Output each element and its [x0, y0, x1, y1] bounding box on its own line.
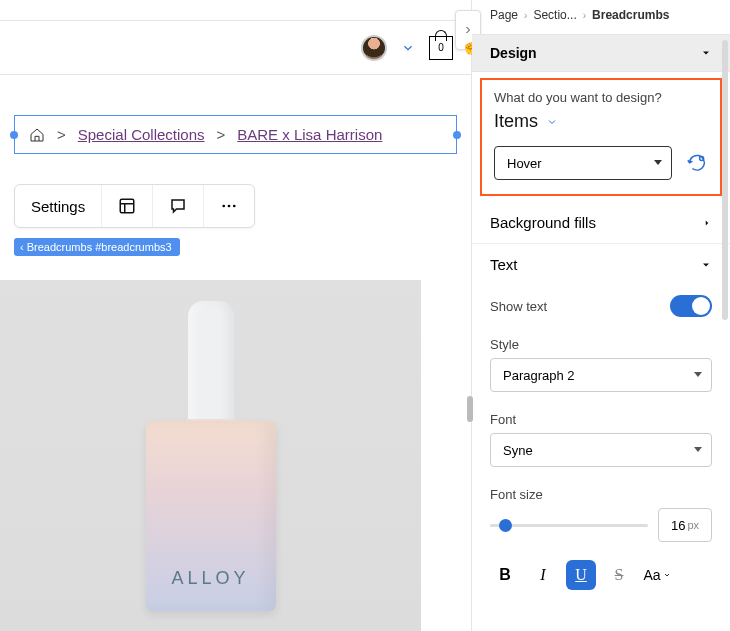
svg-point-5 [233, 205, 236, 208]
design-section-header[interactable]: Design [472, 34, 730, 72]
chevron-down-icon [546, 116, 558, 128]
reset-states-icon[interactable] [686, 152, 708, 174]
chevron-right-icon: › [583, 10, 586, 21]
breadcrumb-link-1[interactable]: Special Collections [78, 126, 205, 143]
shopping-bag-icon[interactable]: 0 [429, 36, 453, 60]
resize-handle-left[interactable] [10, 131, 18, 139]
breadcrumb-separator: > [217, 126, 226, 143]
product-bottle: ALLOY [146, 301, 276, 611]
text-section-header[interactable]: Text [472, 244, 730, 285]
svg-point-4 [228, 205, 231, 208]
breadcrumbs-element-selected[interactable]: > Special Collections > BARE x Lisa Harr… [14, 115, 457, 154]
canvas-preview: 0 > Special Collections > BARE x Lisa Ha… [0, 0, 471, 631]
chevron-down-icon [663, 571, 671, 579]
fontsize-input[interactable]: 16 px [658, 508, 712, 542]
panel-crumb-current: Breadcrumbs [592, 8, 669, 22]
design-target-dropdown[interactable]: Items [494, 111, 708, 132]
style-label: Style [490, 337, 712, 352]
panel-breadcrumb: Page › Sectio... › Breadcrumbs [472, 0, 730, 34]
show-text-label: Show text [490, 299, 547, 314]
slider-thumb[interactable] [499, 519, 512, 532]
fontsize-slider[interactable] [490, 524, 648, 527]
chevron-down-icon[interactable] [401, 41, 415, 55]
comment-button[interactable] [153, 185, 204, 227]
product-image-area: ALLOY [0, 280, 421, 631]
dots-horizontal-icon [220, 197, 238, 215]
svg-point-3 [223, 205, 226, 208]
background-fills-header[interactable]: Background fills [472, 202, 730, 244]
resize-handle-right[interactable] [453, 131, 461, 139]
panel-crumb-page[interactable]: Page [490, 8, 518, 22]
more-button[interactable] [204, 185, 254, 227]
floating-toolbar: Settings [14, 184, 255, 228]
font-select[interactable]: Syne [490, 433, 712, 467]
settings-button[interactable]: Settings [15, 185, 102, 227]
layout-button[interactable] [102, 185, 153, 227]
layout-icon [118, 197, 136, 215]
strikethrough-button[interactable]: S [604, 560, 634, 590]
avatar[interactable] [361, 35, 387, 61]
fontsize-label: Font size [490, 487, 712, 502]
caret-down-icon [700, 259, 712, 271]
svg-rect-0 [120, 199, 134, 213]
comment-icon [169, 197, 187, 215]
text-format-row: B I U S Aa [472, 552, 730, 590]
underline-button[interactable]: U [566, 560, 596, 590]
bag-count: 0 [438, 42, 444, 53]
design-panel: ☝ Page › Sectio... › Breadcrumbs Design … [471, 0, 730, 631]
panel-crumb-section[interactable]: Sectio... [533, 8, 576, 22]
caret-down-icon [700, 47, 712, 59]
product-brand-text: ALLOY [171, 568, 249, 589]
selection-tag[interactable]: Breadcrumbs #breadcrumbs3 [14, 238, 180, 256]
design-question: What do you want to design? [494, 90, 708, 105]
show-text-toggle[interactable] [670, 295, 712, 317]
breadcrumb-separator: > [57, 126, 66, 143]
bold-button[interactable]: B [490, 560, 520, 590]
chevron-right-icon: › [524, 10, 527, 21]
breadcrumb-link-2[interactable]: BARE x Lisa Harrison [237, 126, 382, 143]
svg-point-6 [700, 156, 704, 160]
state-select[interactable]: Hover [494, 146, 672, 180]
caret-right-icon [702, 218, 712, 228]
home-icon[interactable] [29, 127, 45, 143]
text-case-button[interactable]: Aa [642, 560, 672, 590]
panel-scrollbar[interactable] [722, 40, 728, 320]
design-target-box: What do you want to design? Items Hover [480, 78, 722, 196]
italic-button[interactable]: I [528, 560, 558, 590]
style-select[interactable]: Paragraph 2 [490, 358, 712, 392]
font-label: Font [490, 412, 712, 427]
site-header: 0 [0, 20, 471, 75]
